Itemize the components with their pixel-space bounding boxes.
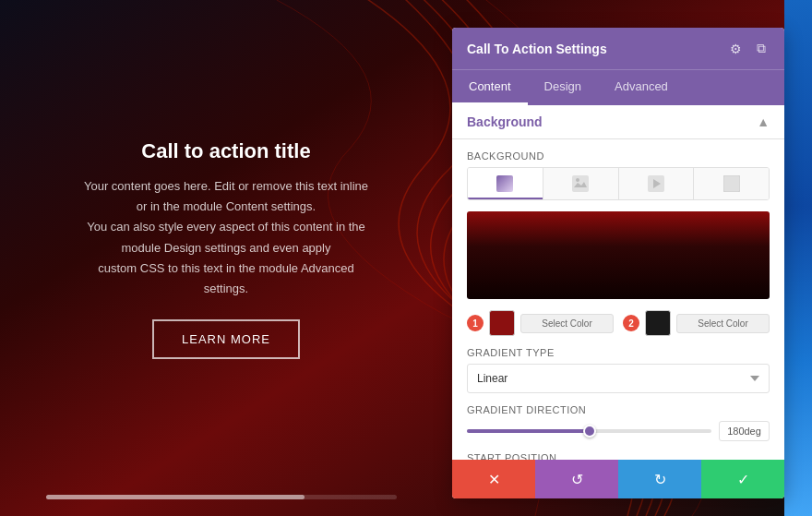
panel-actions: ✕ ↺ ↻ ✓ [452,460,784,498]
panel-body: Background ▲ Background [452,105,784,460]
svg-rect-1 [496,175,513,192]
background-field-label: Background [467,150,770,162]
gradient-direction-track[interactable] [467,429,711,433]
svg-rect-2 [572,175,589,192]
solid-icon [723,175,740,192]
gradient-direction-value[interactable]: 180deg [719,421,770,441]
scroll-bar-thumb[interactable] [46,495,304,499]
video-icon [648,175,664,192]
color-select-btn-2[interactable]: Select Color [676,314,770,333]
tab-design[interactable]: Design [528,70,598,105]
panel-title: Call To Action Settings [467,42,607,56]
save-button[interactable]: ✓ [701,460,784,498]
reset-button[interactable]: ↺ [535,460,618,498]
bg-type-video[interactable] [619,168,695,199]
cta-button[interactable]: learn more [152,319,300,359]
color-number-2: 2 [623,315,639,331]
gradient-icon [496,175,513,192]
start-position-group: Start Position 0% [467,452,770,460]
panel-header-icons: ⚙ ⧉ [726,39,770,58]
redo-button[interactable]: ↻ [618,460,701,498]
panel-tabs: Content Design Advanced [452,69,784,105]
color-stop-1: 1 Select Color [467,310,614,336]
color-swatch-2[interactable] [645,310,671,336]
color-stops: 1 Select Color 2 Select Color [467,310,770,336]
gradient-preview [467,211,770,299]
right-sidebar [784,0,812,516]
bg-type-gradient[interactable] [468,168,543,199]
panel-header: Call To Action Settings ⚙ ⧉ [452,28,784,69]
cta-description: Your content goes here. Edit or remove t… [78,176,374,299]
gradient-direction-label: Gradient Direction [467,404,770,415]
gradient-direction-fill [467,429,590,433]
panel-expand-icon[interactable]: ⧉ [753,39,770,58]
section-title: Background [467,114,543,129]
color-stop-2: 2 Select Color [623,310,770,336]
svg-rect-6 [723,175,740,192]
bg-type-solid[interactable] [694,168,769,199]
svg-point-3 [576,178,579,182]
section-toggle-icon[interactable]: ▲ [757,114,770,129]
gradient-direction-thumb[interactable] [583,425,596,438]
tab-content[interactable]: Content [452,70,528,105]
cta-title: Call to action title [141,139,310,163]
settings-panel: Call To Action Settings ⚙ ⧉ Content Desi… [452,28,784,498]
gradient-type-label: Gradient Type [467,347,770,358]
gradient-type-select[interactable]: Linear Radial [467,364,770,393]
start-position-label: Start Position [467,452,770,460]
section-header: Background ▲ [452,105,784,139]
gradient-type-group: Gradient Type Linear Radial [467,347,770,393]
tab-advanced[interactable]: Advanced [598,70,685,105]
bg-type-tabs [467,167,770,200]
gradient-direction-group: Gradient Direction 180deg [467,404,770,441]
scroll-bar[interactable] [46,495,397,499]
color-number-1: 1 [467,315,484,331]
cancel-button[interactable]: ✕ [452,460,535,498]
bg-type-image[interactable] [543,168,619,199]
gradient-direction-slider-row: 180deg [467,421,770,441]
color-select-btn-1[interactable]: Select Color [520,314,614,333]
color-swatch-1[interactable] [489,310,515,336]
panel-settings-icon[interactable]: ⚙ [726,40,746,58]
image-icon [572,175,589,192]
cta-content-area: Call to action title Your content goes h… [0,0,452,498]
background-section: Background [452,139,784,460]
